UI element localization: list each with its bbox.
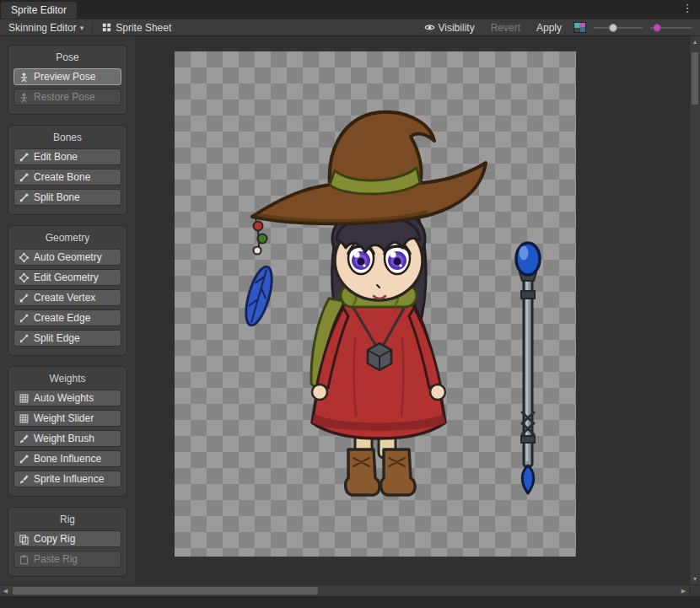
button-label: Edit Geometry xyxy=(34,272,99,283)
preview-pose-button[interactable]: Preview Pose xyxy=(13,68,121,85)
amulet-pendant xyxy=(368,343,391,370)
scroll-up-arrow[interactable]: ▲ xyxy=(690,36,700,47)
slider-track xyxy=(594,27,643,29)
sprite-influence-icon xyxy=(19,474,30,485)
revert-label: Revert xyxy=(491,22,520,34)
button-label: Paste Rig xyxy=(34,553,78,565)
button-label: Copy Rig xyxy=(34,533,75,545)
bone-opacity-slider[interactable] xyxy=(650,23,692,33)
split-edge-icon xyxy=(19,333,30,344)
character-sprite[interactable] xyxy=(175,51,576,557)
tab-title: Sprite Editor xyxy=(11,4,67,16)
button-label: Edit Bone xyxy=(34,151,78,163)
overlay-color-swatch[interactable] xyxy=(573,22,586,33)
group-pose: Pose Preview Pose Restore Pose xyxy=(8,45,127,115)
window-bottom-strip xyxy=(0,596,700,608)
split-bone-icon xyxy=(19,192,30,203)
split-bone-button[interactable]: Split Bone xyxy=(13,189,121,206)
tool-panel: Pose Preview Pose Restore Pose Bones Edi… xyxy=(0,36,135,584)
visibility-label: Visibility xyxy=(439,22,475,34)
group-title-bones: Bones xyxy=(13,132,121,143)
button-label: Create Vertex xyxy=(34,292,95,304)
toolbar: Skinning Editor ▾ Sprite Sheet Visibilit… xyxy=(0,19,700,36)
auto-geometry-button[interactable]: Auto Geometry xyxy=(13,249,121,266)
horizontal-scroll-track[interactable] xyxy=(11,585,678,596)
edit-geometry-icon xyxy=(19,272,30,283)
skinning-editor-dropdown[interactable]: Skinning Editor ▾ xyxy=(4,20,88,35)
apply-button[interactable]: Apply xyxy=(532,20,566,35)
hat-charm-beads xyxy=(254,218,267,255)
staff-gem-top xyxy=(516,243,540,275)
sprite-influence-button[interactable]: Sprite Influence xyxy=(13,471,121,487)
scroll-right-arrow[interactable]: ▶ xyxy=(678,585,689,596)
button-label: Create Bone xyxy=(34,171,90,183)
button-label: Auto Geometry xyxy=(34,251,102,263)
revert-button: Revert xyxy=(487,20,525,35)
create-edge-button[interactable]: Create Edge xyxy=(13,309,121,326)
apply-label: Apply xyxy=(536,22,562,34)
button-label: Sprite Influence xyxy=(34,473,104,485)
staff-gem-bottom xyxy=(522,465,534,493)
transparency-checker xyxy=(175,51,576,557)
button-label: Split Bone xyxy=(34,191,80,203)
auto-weights-button[interactable]: Auto Weights xyxy=(13,390,121,406)
main-area: Pose Preview Pose Restore Pose Bones Edi… xyxy=(0,36,700,584)
restore-pose-icon xyxy=(19,92,30,103)
horizontal-scrollbar[interactable]: ◀ ▶ xyxy=(0,584,700,596)
button-label: Weight Slider xyxy=(34,412,94,424)
group-title-weights: Weights xyxy=(13,373,121,385)
edit-geometry-button[interactable]: Edit Geometry xyxy=(13,269,121,286)
create-vertex-icon xyxy=(19,293,30,304)
eye-icon xyxy=(424,22,435,33)
group-weights: Weights Auto Weights Weight Slider Weigh… xyxy=(8,366,127,497)
edit-bone-button[interactable]: Edit Bone xyxy=(13,148,121,165)
window-tab-strip: Sprite Editor ⋮ xyxy=(0,0,700,19)
button-label: Auto Weights xyxy=(34,392,94,404)
slider-knob[interactable] xyxy=(609,24,617,32)
weight-slider-button[interactable]: Weight Slider xyxy=(13,410,121,427)
bone-influence-button[interactable]: Bone Influence xyxy=(13,450,121,467)
group-title-pose: Pose xyxy=(13,51,121,63)
window-menu-icon[interactable]: ⋮ xyxy=(681,2,693,14)
scrollbar-corner xyxy=(689,585,700,596)
group-bones: Bones Edit Bone Create Bone Split Bone xyxy=(8,125,127,215)
scroll-left-arrow[interactable]: ◀ xyxy=(0,585,11,596)
horizontal-scroll-thumb[interactable] xyxy=(13,587,318,595)
sprite-sheet-icon xyxy=(101,22,112,33)
slider-knob[interactable] xyxy=(653,24,661,32)
create-bone-icon xyxy=(19,172,30,183)
auto-weights-icon xyxy=(19,393,30,404)
hat xyxy=(252,112,486,223)
create-edge-icon xyxy=(19,313,30,324)
vertical-scroll-track[interactable] xyxy=(690,47,700,573)
button-label: Split Edge xyxy=(34,332,80,344)
weight-brush-icon xyxy=(19,433,30,444)
sprite-canvas[interactable] xyxy=(135,36,689,584)
tab-sprite-editor[interactable]: Sprite Editor xyxy=(1,2,77,19)
weight-brush-button[interactable]: Weight Brush xyxy=(13,430,121,447)
bone-influence-icon xyxy=(19,454,30,465)
create-bone-button[interactable]: Create Bone xyxy=(13,169,121,186)
group-geometry: Geometry Auto Geometry Edit Geometry Cre… xyxy=(8,225,127,356)
copy-rig-button[interactable]: Copy Rig xyxy=(13,530,121,547)
copy-rig-icon xyxy=(19,534,30,545)
toolbar-divider xyxy=(92,22,93,34)
visibility-button[interactable]: Visibility xyxy=(420,20,479,35)
skinning-editor-label: Skinning Editor xyxy=(8,22,77,34)
group-title-geometry: Geometry xyxy=(13,232,121,244)
button-label: Restore Pose xyxy=(34,91,95,103)
staff-sprite[interactable] xyxy=(516,243,540,493)
weight-slider-icon xyxy=(19,413,30,424)
scroll-down-arrow[interactable]: ▼ xyxy=(690,573,700,584)
sprite-sheet-button[interactable]: Sprite Sheet xyxy=(97,20,175,35)
paste-rig-icon xyxy=(19,554,30,565)
overlay-opacity-slider[interactable] xyxy=(594,23,643,33)
button-label: Bone Influence xyxy=(34,453,101,465)
hat-charm-feather xyxy=(241,264,277,328)
create-vertex-button[interactable]: Create Vertex xyxy=(13,289,121,306)
button-label: Create Edge xyxy=(34,312,90,324)
vertical-scroll-thumb[interactable] xyxy=(692,52,698,105)
group-title-rig: Rig xyxy=(13,514,121,525)
vertical-scrollbar[interactable]: ▲ ▼ xyxy=(689,36,700,584)
split-edge-button[interactable]: Split Edge xyxy=(13,330,121,347)
